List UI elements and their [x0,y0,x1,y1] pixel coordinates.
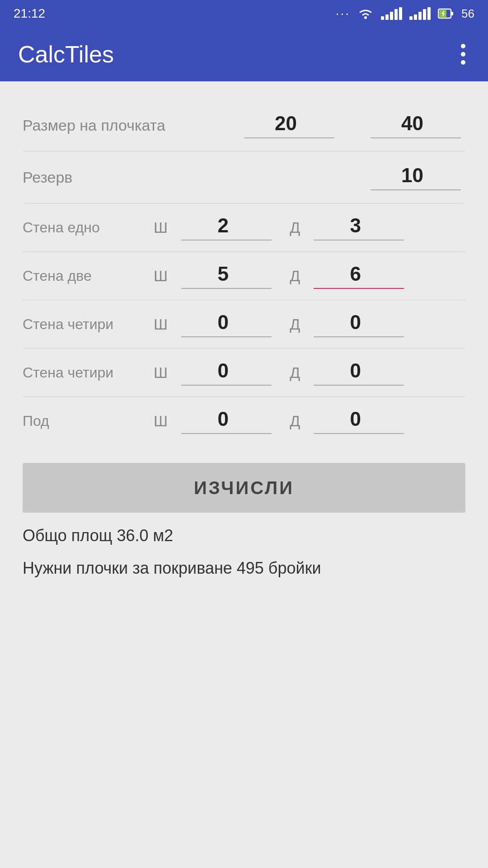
status-time: 21:12 [14,6,45,21]
wall2-width-field [177,263,276,289]
wall2-height-input[interactable] [314,263,404,288]
wall3-sh-label: Ш [154,316,168,333]
wall3-width-input[interactable] [181,311,272,336]
wall4-sh-label: Ш [154,364,168,382]
wall2-width-input[interactable] [181,263,272,288]
wall4-width-field [177,359,276,386]
reserve-field [366,164,465,190]
reserve-underline [371,189,461,190]
wall2-fields: Ш Д [149,263,465,289]
wall3-width-underline [181,336,272,337]
wall4-fields: Ш Д [149,359,465,386]
wall4-d-label: Д [290,364,300,382]
wall1-label: Стена едно [23,219,149,236]
floor-width-field [177,408,276,434]
signal-bars-2-icon [409,7,431,20]
wall3-label: Стена четири [23,316,149,333]
calculate-button[interactable]: ИЗЧИСЛИ [23,463,465,513]
wall2-row: Стена две Ш Д [23,252,465,300]
wall3-height-field [309,311,408,337]
signal-bars-1-icon [381,7,402,20]
tile-height-underline [371,137,461,138]
wall1-fields: Ш Д [149,214,465,241]
wall4-label: Стена четири [23,364,149,381]
floor-d-label: Д [290,412,300,430]
tile-width-field [239,112,339,138]
floor-fields: Ш Д [149,408,465,434]
floor-width-underline [181,433,272,434]
wall3-height-input[interactable] [314,311,404,336]
floor-height-underline [314,433,404,434]
svg-point-0 [364,16,367,19]
app-bar: CalcTiles [0,27,488,81]
wall1-height-input[interactable] [314,214,404,240]
wall4-width-underline [181,385,272,386]
wall4-width-input[interactable] [181,359,272,385]
wall2-sh-label: Ш [154,267,168,285]
wall4-height-input[interactable] [314,359,404,385]
floor-height-input[interactable] [314,408,404,433]
status-dots-icon: ··· [336,6,350,21]
wall4-row: Стена четири Ш Д [23,349,465,396]
wall1-height-field [309,214,408,241]
tile-width-underline [244,137,334,138]
reserve-input[interactable] [371,164,461,189]
wall2-d-label: Д [290,267,300,285]
wall1-d-label: Д [290,219,300,236]
floor-sh-label: Ш [154,412,168,430]
wall2-width-underline [181,288,272,289]
result-area-total: Общо площ 36.0 м2 [23,526,465,545]
battery-icon [438,7,454,20]
reserve-label: Резерв [23,169,366,186]
wall1-width-input[interactable] [181,214,272,240]
floor-width-input[interactable] [181,408,272,433]
wall4-height-field [309,359,408,386]
floor-height-field [309,408,408,434]
battery-level: 56 [461,7,474,21]
wall4-height-underline [314,385,404,386]
result-tiles-count: Нужни плочки за покриване 495 бройки [23,559,465,578]
tile-height-field [366,112,465,138]
wall1-sh-label: Ш [154,219,168,236]
wall3-height-underline [314,336,404,337]
tile-size-label: Размер на плочката [23,117,239,134]
reserve-row: Резерв [23,151,465,203]
wall2-height-underline [314,288,404,289]
status-icons: ··· [336,6,474,21]
wall3-row: Стена четири Ш Д [23,300,465,348]
tile-height-input[interactable] [371,112,461,137]
wall1-width-field [177,214,276,241]
tile-size-row: Размер на плочката [23,99,465,151]
svg-rect-2 [451,12,453,15]
wall1-row: Стена едно Ш Д [23,203,465,251]
wall2-label: Стена две [23,268,149,284]
wall3-d-label: Д [290,316,300,333]
main-content: Размер на плочката Резерв Стена едно Ш [0,81,488,868]
app-title: CalcTiles [18,41,114,68]
tile-width-input[interactable] [244,112,334,137]
wall1-height-underline [314,240,404,241]
wall1-width-underline [181,240,272,241]
floor-label: Под [23,413,149,429]
status-bar: 21:12 ··· [0,0,488,27]
wall3-fields: Ш Д [149,311,465,337]
overflow-menu-button[interactable] [456,39,470,69]
wifi-icon [357,7,374,20]
wall2-height-field [309,263,408,289]
floor-row: Под Ш Д [23,397,465,445]
tile-size-fields [239,112,465,138]
wall3-width-field [177,311,276,337]
